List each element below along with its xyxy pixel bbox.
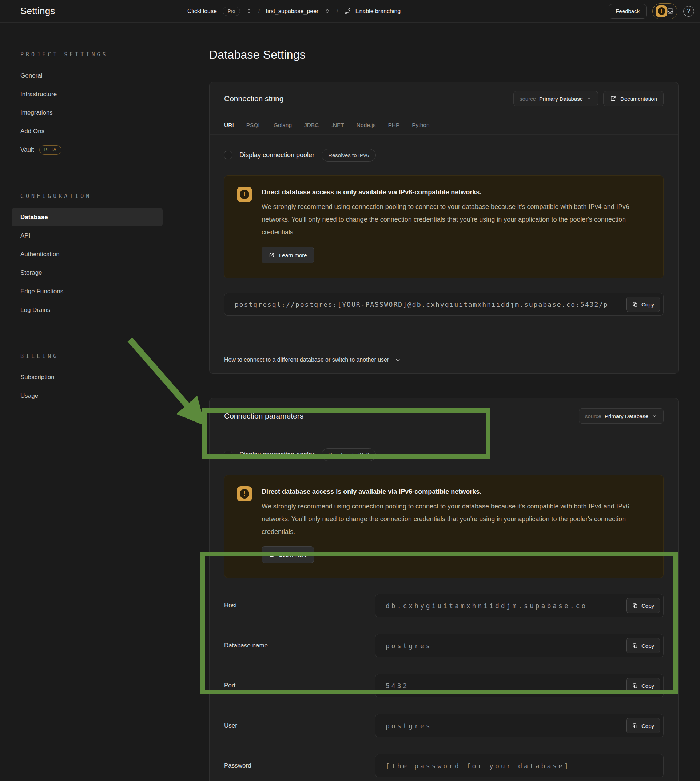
copy-icon: [632, 643, 638, 649]
source-value: Primary Database: [605, 413, 648, 419]
tab-nodejs[interactable]: Node.js: [357, 122, 376, 134]
display-connection-pooler-checkbox[interactable]: [224, 151, 232, 159]
top-bar: Settings ClickHouse Pro / first_supabase…: [0, 0, 700, 23]
field-label: Port: [224, 682, 375, 689]
connection-parameter-fields: Host db.cxhygiuitamxhniiddjm.supabase.co…: [224, 594, 663, 778]
connection-string-title: Connection string: [224, 94, 283, 103]
copy-host-button[interactable]: Copy: [626, 598, 660, 613]
tab-golang[interactable]: Golang: [273, 122, 292, 134]
sidebar-item-vault[interactable]: Vault BETA: [0, 140, 172, 159]
field-row-password: Password [The password for your database…: [224, 754, 663, 778]
learn-more-button[interactable]: Learn more: [262, 546, 314, 563]
tab-uri[interactable]: URI: [224, 122, 234, 134]
page-title: Database Settings: [209, 48, 678, 62]
breadcrumb: ClickHouse Pro / first_supabase_peer / E…: [172, 0, 400, 22]
section-heading-configuration: CONFIGURATION: [0, 192, 172, 200]
org-plan-badge: Pro: [223, 7, 240, 16]
sidebar-item-usage[interactable]: Usage: [0, 387, 172, 405]
sidebar-item-database[interactable]: Database: [12, 208, 163, 226]
ipv6-warning: ! Direct database access is only availab…: [224, 175, 663, 279]
copy-user-button[interactable]: Copy: [626, 718, 660, 733]
project-switcher-icon[interactable]: [324, 8, 330, 14]
top-bar-actions: Feedback ! ?: [609, 0, 700, 22]
warning-icon: !: [237, 187, 252, 202]
help-icon: ?: [687, 8, 690, 15]
sidebar-item-subscription[interactable]: Subscription: [0, 368, 172, 387]
breadcrumb-project[interactable]: first_supabase_peer: [266, 8, 318, 15]
documentation-button[interactable]: Documentation: [603, 91, 663, 106]
tab-jdbc[interactable]: JDBC: [304, 122, 319, 134]
source-select[interactable]: source Primary Database: [513, 91, 598, 106]
sidebar-item-api[interactable]: API: [0, 226, 172, 245]
copy-icon: [632, 301, 638, 307]
alert-icon: !: [656, 5, 667, 17]
breadcrumb-separator: /: [336, 7, 338, 15]
org-switcher-icon[interactable]: [246, 8, 252, 14]
inbox-icon: [667, 7, 674, 15]
connection-string-value: postgresql://postgres:[YOUR-PASSWORD]@db…: [235, 300, 608, 308]
learn-more-button[interactable]: Learn more: [262, 247, 314, 264]
password-input[interactable]: [The password for your database]: [375, 754, 663, 778]
field-label: Password: [224, 762, 375, 769]
ipv6-warning: ! Direct database access is only availab…: [224, 475, 663, 578]
sidebar-item-edge-functions[interactable]: Edge Functions: [0, 282, 172, 300]
tab-dotnet[interactable]: .NET: [332, 122, 344, 134]
display-connection-pooler-label: Display connection pooler: [239, 152, 314, 159]
sidebar-item-storage[interactable]: Storage: [0, 264, 172, 282]
field-row-host: Host db.cxhygiuitamxhniiddjm.supabase.co…: [224, 594, 663, 617]
user-input[interactable]: postgres Copy: [375, 714, 663, 737]
connection-string-tabs: URI PSQL Golang JDBC .NET Node.js PHP Py…: [210, 115, 678, 135]
sidebar-item-authentication[interactable]: Authentication: [0, 245, 172, 264]
port-input[interactable]: 5432 Copy: [375, 674, 663, 697]
copy-icon: [632, 723, 638, 729]
display-connection-pooler-checkbox[interactable]: [224, 451, 232, 459]
field-row-database-name: Database name postgres Copy: [224, 634, 663, 657]
external-link-icon: [268, 552, 275, 558]
resolves-to-ipv6-badge: Resolves to IPv6: [322, 149, 376, 162]
enable-branching-button[interactable]: Enable branching: [344, 8, 401, 15]
help-button[interactable]: ?: [683, 6, 694, 17]
field-label: User: [224, 722, 375, 729]
copy-port-button[interactable]: Copy: [626, 678, 660, 693]
tab-python[interactable]: Python: [412, 122, 429, 134]
tab-psql[interactable]: PSQL: [246, 122, 261, 134]
settings-sidebar: PROJECT SETTINGS General Infrastructure …: [0, 23, 172, 781]
field-row-port: Port 5432 Copy: [224, 674, 663, 697]
feedback-button[interactable]: Feedback: [609, 4, 647, 18]
app-title-area: Settings: [0, 0, 172, 22]
copy-database-name-button[interactable]: Copy: [626, 638, 660, 653]
field-label: Database name: [224, 642, 375, 649]
external-link-icon: [268, 252, 275, 259]
sidebar-item-add-ons[interactable]: Add Ons: [0, 122, 172, 140]
source-value: Primary Database: [539, 96, 583, 102]
copy-icon: [632, 602, 638, 609]
host-input[interactable]: db.cxhygiuitamxhniiddjm.supabase.co Copy: [375, 594, 663, 617]
connection-string-card: Connection string source Primary Databas…: [209, 82, 678, 374]
breadcrumb-separator: /: [258, 7, 260, 15]
external-link-icon: [610, 95, 616, 102]
tab-php[interactable]: PHP: [388, 122, 400, 134]
sidebar-item-infrastructure[interactable]: Infrastructure: [0, 85, 172, 103]
database-name-input[interactable]: postgres Copy: [375, 634, 663, 657]
section-heading-project-settings: PROJECT SETTINGS: [0, 50, 172, 59]
sidebar-item-integrations[interactable]: Integrations: [0, 103, 172, 122]
connection-string-input[interactable]: postgresql://postgres:[YOUR-PASSWORD]@db…: [224, 293, 663, 315]
sidebar-divider: [0, 334, 172, 334]
copy-icon: [632, 683, 638, 689]
page-header-title: Settings: [20, 5, 55, 17]
connect-help-toggle[interactable]: How to connect to a different database o…: [210, 346, 678, 374]
sidebar-item-log-drains[interactable]: Log Drains: [0, 300, 172, 319]
notifications-button[interactable]: !: [652, 3, 677, 19]
sidebar-item-general[interactable]: General: [0, 66, 172, 85]
resolves-to-ipv6-badge: Resolves to IPv6: [322, 448, 376, 461]
breadcrumb-org[interactable]: ClickHouse: [187, 8, 217, 15]
warning-body: We strongly recommend using connection p…: [262, 200, 651, 239]
beta-badge: BETA: [39, 145, 62, 155]
chevron-down-icon: [586, 96, 592, 102]
sidebar-divider: [0, 174, 172, 174]
copy-connection-string-button[interactable]: Copy: [626, 297, 660, 312]
source-select[interactable]: source Primary Database: [579, 408, 663, 424]
chevron-down-icon: [652, 413, 657, 419]
warning-title: Direct database access is only available…: [262, 486, 651, 497]
display-connection-pooler-label: Display connection pooler: [239, 451, 314, 459]
